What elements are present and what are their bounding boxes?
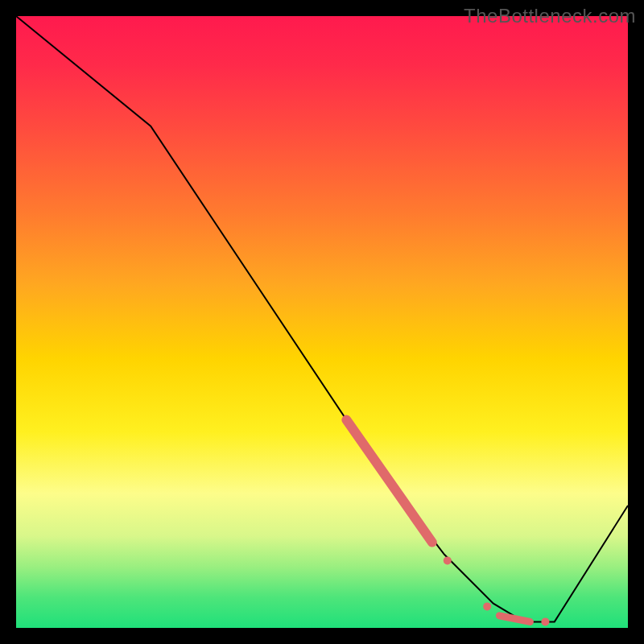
thick-segment <box>346 420 431 543</box>
short-seg <box>499 616 530 622</box>
watermark-text: TheBottleneck.com <box>464 5 636 27</box>
highlight-group <box>346 420 545 622</box>
chart-svg <box>16 16 628 628</box>
bottleneck-curve <box>16 16 628 621</box>
chart-frame: TheBottleneck.com <box>0 0 644 644</box>
plot-area <box>16 16 628 628</box>
